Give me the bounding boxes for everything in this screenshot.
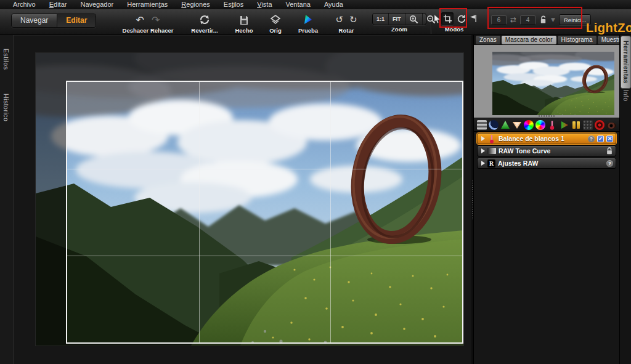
clone-tool-icon[interactable] — [571, 120, 581, 130]
layer-row-ajustes-raw[interactable]: R Ajustes RAW ? — [477, 158, 616, 169]
crop-icon — [443, 14, 452, 23]
revert-button[interactable]: Revertir... — [187, 13, 222, 34]
crop-grid-line — [330, 82, 331, 342]
undo-icon[interactable]: ↶ — [136, 14, 144, 26]
toolbar-separator — [431, 23, 431, 34]
menu-estilos[interactable]: Estilos — [217, 0, 250, 9]
menu-regiones[interactable]: Regiones — [174, 0, 217, 9]
redo-icon[interactable]: ↷ — [152, 14, 160, 26]
relight-tool-icon[interactable] — [489, 120, 499, 130]
layer-row-raw-tone-curve[interactable]: RAW Tone Curve — [477, 145, 616, 156]
proof-label: Prueba — [293, 27, 323, 34]
black-white-tool-icon[interactable] — [560, 120, 569, 130]
layer-enabled-checkbox[interactable]: ✓ — [597, 135, 604, 142]
expand-icon[interactable] — [481, 148, 485, 153]
swap-aspect-icon[interactable]: ⇄ — [510, 15, 516, 24]
menu-ventana[interactable]: Ventana — [279, 0, 317, 9]
crop-mode-button[interactable] — [441, 12, 454, 25]
lock-icon[interactable] — [606, 147, 613, 155]
proof-button[interactable]: Prueba — [293, 13, 323, 34]
tool-palette — [474, 118, 619, 132]
right-panel-content: Zonas Mascara de color Histograma Muestr… — [473, 35, 619, 364]
zoom-in-button[interactable] — [405, 14, 423, 25]
layer-stack: Balance de blancos 1 ? ✓ ✕ RAW Tone Curv… — [474, 132, 619, 169]
blur-tool-icon[interactable] — [512, 120, 522, 130]
rotate-mode-button[interactable] — [455, 12, 467, 25]
rotate-label: Rotar — [328, 27, 364, 34]
menu-herramientas[interactable]: Herramientas — [120, 0, 174, 9]
revert-icon — [199, 14, 210, 25]
thumbnail-photo — [492, 52, 614, 115]
color-balance-tool-icon[interactable] — [535, 120, 545, 130]
browse-mode-button[interactable]: Navegar — [12, 14, 57, 27]
zoom-fit-button[interactable]: FIT — [389, 14, 405, 25]
tab-zonas[interactable]: Zonas — [476, 36, 500, 44]
raw-layer-icon: R — [487, 160, 495, 168]
eye-tool-icon[interactable] — [606, 123, 616, 129]
tone-curve-layer-icon — [487, 147, 496, 155]
region-tool[interactable] — [468, 14, 478, 26]
main-toolbar: Navegar Editar ↶ ↷ Deshacer Rehacer Reve… — [0, 9, 631, 35]
pointer-tool[interactable] — [433, 14, 441, 27]
main-area: Estilos Historico Zonas Ma — [0, 35, 631, 364]
aspect-width-field[interactable] — [491, 15, 507, 25]
edit-mode-button[interactable]: Editar — [57, 14, 96, 27]
styles-tab[interactable]: Estilos — [2, 49, 10, 70]
menu-ayuda[interactable]: Ayuda — [317, 0, 350, 9]
layer-title: Ajustes RAW — [498, 160, 604, 167]
history-tab[interactable]: Historico — [2, 94, 10, 121]
layers-icon — [270, 14, 281, 25]
spot-tool-icon[interactable] — [583, 120, 593, 130]
undo-redo-group: ↶ ↷ Deshacer Rehacer — [122, 13, 174, 34]
tools-vertical-tab[interactable]: Herramientas — [621, 36, 631, 89]
zoom-in-icon — [409, 15, 418, 24]
menu-vista[interactable]: Vista — [250, 0, 279, 9]
zoom-1to1-button[interactable]: 1:1 — [373, 14, 389, 25]
aspect-preset-dropdown[interactable]: ▼ — [551, 17, 555, 23]
white-balance-tool-icon[interactable] — [547, 120, 557, 130]
app-logo: LightZone — [586, 21, 631, 35]
preview-thumbnail — [492, 52, 614, 115]
done-label: Hecho — [229, 27, 259, 34]
tab-mascara-de-color[interactable]: Mascara de color — [502, 36, 556, 44]
menu-navegador[interactable]: Navegador — [73, 0, 120, 9]
rotate-right-icon[interactable]: ↻ — [349, 14, 357, 25]
expand-icon[interactable] — [481, 136, 485, 141]
layer-close-icon[interactable]: ✕ — [606, 135, 613, 142]
menu-archivo[interactable]: Archivo — [6, 0, 43, 9]
crop-rectangle[interactable] — [66, 81, 463, 344]
revert-label: Revertir... — [187, 27, 222, 34]
zonemapper-tool-icon[interactable] — [477, 120, 487, 130]
aspect-height-field[interactable] — [520, 15, 535, 25]
expand-icon[interactable] — [481, 161, 485, 166]
right-panel: Zonas Mascara de color Histograma Muestr… — [473, 35, 631, 364]
color-profile-icon — [303, 14, 314, 25]
layer-help-icon[interactable]: ? — [606, 160, 613, 167]
red-eye-tool-icon[interactable] — [595, 120, 605, 130]
cursor-icon — [433, 14, 441, 25]
preview-resize-handle[interactable] — [539, 115, 555, 117]
zoom-label: Zoom — [372, 26, 426, 33]
view-mode-toggle: Navegar Editar — [11, 14, 96, 28]
crop-grid-line — [67, 256, 462, 256]
original-button[interactable]: Orig — [263, 13, 288, 34]
sharpen-tool-icon[interactable] — [500, 120, 510, 130]
unlock-icon[interactable] — [539, 15, 547, 25]
hue-saturation-tool-icon[interactable] — [524, 120, 534, 130]
layer-title: RAW Tone Curve — [499, 147, 603, 155]
tab-histograma[interactable]: Histograma — [558, 36, 596, 44]
rotate-left-icon[interactable]: ↺ — [335, 14, 343, 25]
layer-title: Balance de blancos 1 — [499, 135, 585, 142]
crop-grid-line — [199, 82, 200, 342]
orig-label: Orig — [263, 27, 288, 34]
redo-label: Rehacer — [150, 27, 174, 34]
done-button[interactable]: Hecho — [229, 13, 259, 34]
menu-editar[interactable]: Editar — [43, 0, 74, 9]
info-vertical-tab[interactable]: Info — [622, 89, 630, 102]
modes-group: Modos — [441, 12, 467, 33]
left-sidebar: Estilos Historico — [0, 35, 14, 364]
layer-help-icon[interactable]: ? — [588, 135, 595, 142]
analysis-tabs: Zonas Mascara de color Histograma Muestr… — [474, 35, 619, 45]
rotate-group: ↺ ↻ Rotar — [328, 13, 364, 34]
layer-row-balance-de-blancos[interactable]: Balance de blancos 1 ? ✓ ✕ — [477, 133, 616, 144]
